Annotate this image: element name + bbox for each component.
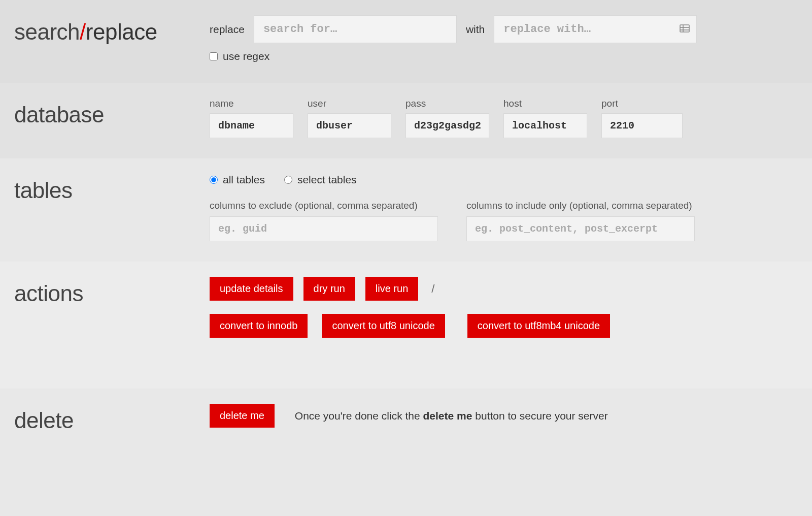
section-delete: delete delete me Once you're done click … <box>0 389 812 454</box>
db-name-input[interactable] <box>210 113 293 138</box>
actions-row-primary: update details dry run live run / <box>210 277 798 301</box>
convert-innodb-button[interactable]: convert to innodb <box>210 314 308 338</box>
tables-content: all tables select tables columns to excl… <box>210 174 798 241</box>
heading-database: database <box>14 98 210 127</box>
svg-rect-0 <box>680 25 689 32</box>
actions-row-convert: convert to innodb convert to utf8 unicod… <box>210 314 798 338</box>
search-replace-content: replace with use regex <box>210 15 798 62</box>
heading-tables: tables <box>14 174 210 203</box>
include-block: columns to include only (optional, comma… <box>466 200 695 241</box>
heading-slash: / <box>80 19 86 44</box>
db-port-field: port <box>601 98 683 138</box>
db-name-label: name <box>210 98 293 109</box>
replace-input[interactable] <box>494 15 697 43</box>
convert-utf8-button[interactable]: convert to utf8 unicode <box>322 314 445 338</box>
replace-input-wrap <box>494 15 697 43</box>
heading-actions: actions <box>14 277 210 306</box>
delete-text-after: button to secure your server <box>472 410 607 422</box>
database-content: name user pass host port <box>210 98 798 138</box>
exclude-label: columns to exclude (optional, comma sepa… <box>210 200 438 211</box>
heading-search-text: search <box>14 19 80 44</box>
section-tables: tables all tables select tables columns … <box>0 158 812 262</box>
update-details-button[interactable]: update details <box>210 277 293 301</box>
db-host-input[interactable] <box>503 113 587 138</box>
convert-utf8mb4-button[interactable]: convert to utf8mb4 unicode <box>467 314 610 338</box>
use-regex-label[interactable]: use regex <box>223 50 269 62</box>
db-user-input[interactable] <box>308 113 391 138</box>
include-input[interactable] <box>466 216 695 241</box>
delete-text-before: Once you're done click the <box>295 410 423 422</box>
section-actions: actions update details dry run live run … <box>0 262 812 389</box>
replace-label: replace <box>210 23 245 36</box>
delete-content: delete me Once you're done click the del… <box>210 404 798 428</box>
section-database: database name user pass host port <box>0 83 812 158</box>
exclude-block: columns to exclude (optional, comma sepa… <box>210 200 438 241</box>
db-port-label: port <box>601 98 683 109</box>
db-user-field: user <box>308 98 391 138</box>
db-port-input[interactable] <box>601 113 683 138</box>
delete-description: Once you're done click the delete me but… <box>295 410 608 422</box>
heading-delete: delete <box>14 404 210 433</box>
radio-select-tables[interactable] <box>284 176 292 184</box>
include-label: columns to include only (optional, comma… <box>466 200 695 211</box>
columns-row: columns to exclude (optional, comma sepa… <box>210 200 798 241</box>
db-host-label: host <box>503 98 587 109</box>
actions-content: update details dry run live run / conver… <box>210 277 798 338</box>
radio-all-tables[interactable] <box>210 176 218 184</box>
radio-all-tables-label[interactable]: all tables <box>223 174 265 186</box>
radio-all-tables-item: all tables <box>210 174 265 186</box>
delete-text-strong: delete me <box>423 410 472 422</box>
regex-row: use regex <box>210 50 798 62</box>
radio-select-tables-label[interactable]: select tables <box>297 174 357 186</box>
db-name-field: name <box>210 98 293 138</box>
list-icon[interactable] <box>680 24 690 35</box>
heading-search-replace: search/replace <box>14 15 210 45</box>
delete-row: delete me Once you're done click the del… <box>210 404 798 428</box>
delete-me-button[interactable]: delete me <box>210 404 275 428</box>
dry-run-button[interactable]: dry run <box>303 277 355 301</box>
db-fields: name user pass host port <box>210 98 798 138</box>
db-pass-label: pass <box>405 98 489 109</box>
tables-radio-row: all tables select tables <box>210 174 798 186</box>
actions-divider: / <box>431 282 434 296</box>
db-pass-input[interactable] <box>405 113 489 138</box>
search-replace-row: replace with <box>210 15 798 43</box>
exclude-input[interactable] <box>210 216 438 241</box>
db-host-field: host <box>503 98 587 138</box>
live-run-button[interactable]: live run <box>365 277 418 301</box>
db-pass-field: pass <box>405 98 489 138</box>
db-user-label: user <box>308 98 391 109</box>
radio-select-tables-item: select tables <box>284 174 357 186</box>
heading-replace-text: replace <box>86 19 157 44</box>
with-label: with <box>466 23 485 36</box>
search-input[interactable] <box>254 15 457 43</box>
use-regex-checkbox[interactable] <box>210 52 218 60</box>
section-search-replace: search/replace replace with use <box>0 0 812 83</box>
